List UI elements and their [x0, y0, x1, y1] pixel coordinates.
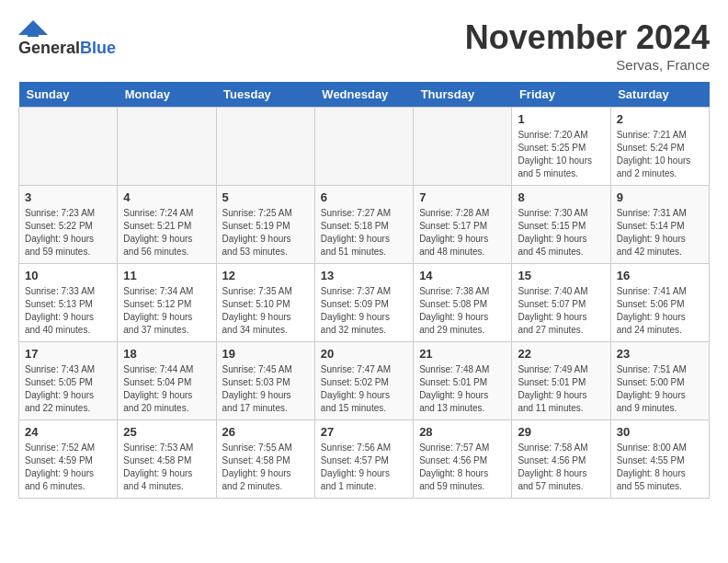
- week-row-5: 24Sunrise: 7:52 AM Sunset: 4:59 PM Dayli…: [19, 420, 710, 499]
- header-thursday: Thursday: [414, 82, 512, 108]
- day-info: Sunrise: 7:56 AM Sunset: 4:57 PM Dayligh…: [321, 442, 407, 493]
- calendar-cell: 17Sunrise: 7:43 AM Sunset: 5:05 PM Dayli…: [19, 342, 118, 420]
- title-area: November 2024 Servas, France: [465, 18, 710, 73]
- calendar-cell: 18Sunrise: 7:44 AM Sunset: 5:04 PM Dayli…: [118, 342, 216, 420]
- day-number: 14: [419, 269, 506, 282]
- calendar-cell: 30Sunrise: 8:00 AM Sunset: 4:55 PM Dayli…: [610, 420, 709, 499]
- location: Servas, France: [465, 57, 710, 73]
- day-number: 19: [222, 347, 309, 361]
- calendar-cell: 15Sunrise: 7:40 AM Sunset: 5:07 PM Dayli…: [512, 264, 610, 342]
- calendar-cell: 9Sunrise: 7:31 AM Sunset: 5:14 PM Daylig…: [610, 186, 709, 264]
- day-number: 15: [518, 269, 604, 282]
- header-sunday: Sunday: [19, 82, 118, 108]
- day-info: Sunrise: 7:33 AM Sunset: 5:13 PM Dayligh…: [25, 285, 111, 337]
- calendar-cell: 14Sunrise: 7:38 AM Sunset: 5:08 PM Dayli…: [414, 264, 512, 342]
- day-info: Sunrise: 7:57 AM Sunset: 4:56 PM Dayligh…: [419, 442, 506, 493]
- calendar-cell: 5Sunrise: 7:25 AM Sunset: 5:19 PM Daylig…: [216, 186, 314, 264]
- day-info: Sunrise: 7:24 AM Sunset: 5:21 PM Dayligh…: [123, 207, 210, 259]
- day-number: 26: [222, 425, 309, 439]
- logo-icon: [18, 18, 48, 39]
- day-number: 4: [123, 190, 210, 204]
- calendar-cell: 3Sunrise: 7:23 AM Sunset: 5:22 PM Daylig…: [19, 186, 118, 264]
- week-row-2: 3Sunrise: 7:23 AM Sunset: 5:22 PM Daylig…: [19, 186, 710, 264]
- week-row-4: 17Sunrise: 7:43 AM Sunset: 5:05 PM Dayli…: [19, 342, 710, 420]
- day-number: 1: [518, 112, 604, 126]
- header-saturday: Saturday: [610, 82, 709, 108]
- calendar-cell: [414, 108, 512, 186]
- day-info: Sunrise: 7:38 AM Sunset: 5:08 PM Dayligh…: [419, 285, 506, 337]
- day-info: Sunrise: 7:44 AM Sunset: 5:04 PM Dayligh…: [123, 363, 210, 415]
- day-number: 25: [123, 425, 210, 439]
- header-wednesday: Wednesday: [314, 82, 413, 108]
- day-info: Sunrise: 7:52 AM Sunset: 4:59 PM Dayligh…: [25, 442, 111, 493]
- day-number: 18: [123, 347, 210, 361]
- day-info: Sunrise: 7:51 AM Sunset: 5:00 PM Dayligh…: [617, 363, 703, 415]
- page-header: GeneralBlue November 2024 Servas, France: [18, 18, 710, 73]
- header-friday: Friday: [512, 82, 610, 108]
- calendar-cell: 16Sunrise: 7:41 AM Sunset: 5:06 PM Dayli…: [610, 264, 709, 342]
- day-info: Sunrise: 7:37 AM Sunset: 5:09 PM Dayligh…: [321, 285, 407, 337]
- day-info: Sunrise: 7:47 AM Sunset: 5:02 PM Dayligh…: [321, 363, 407, 415]
- day-number: 16: [617, 269, 703, 282]
- calendar-cell: 22Sunrise: 7:49 AM Sunset: 5:01 PM Dayli…: [512, 342, 610, 420]
- week-row-1: 1Sunrise: 7:20 AM Sunset: 5:25 PM Daylig…: [19, 108, 710, 186]
- day-number: 21: [419, 347, 506, 361]
- day-number: 23: [617, 347, 703, 361]
- day-number: 8: [518, 190, 604, 204]
- calendar-cell: 6Sunrise: 7:27 AM Sunset: 5:18 PM Daylig…: [314, 186, 413, 264]
- day-info: Sunrise: 7:55 AM Sunset: 4:58 PM Dayligh…: [222, 442, 309, 493]
- header-row: SundayMondayTuesdayWednesdayThursdayFrid…: [19, 82, 710, 108]
- day-info: Sunrise: 7:20 AM Sunset: 5:25 PM Dayligh…: [518, 129, 604, 180]
- calendar-cell: 19Sunrise: 7:45 AM Sunset: 5:03 PM Dayli…: [216, 342, 314, 420]
- calendar-table: SundayMondayTuesdayWednesdayThursdayFrid…: [18, 82, 710, 499]
- calendar-cell: 24Sunrise: 7:52 AM Sunset: 4:59 PM Dayli…: [19, 420, 118, 499]
- day-info: Sunrise: 8:00 AM Sunset: 4:55 PM Dayligh…: [617, 442, 703, 493]
- calendar-cell: 25Sunrise: 7:53 AM Sunset: 4:58 PM Dayli…: [118, 420, 216, 499]
- calendar-cell: 28Sunrise: 7:57 AM Sunset: 4:56 PM Dayli…: [414, 420, 512, 499]
- calendar-cell: 8Sunrise: 7:30 AM Sunset: 5:15 PM Daylig…: [512, 186, 610, 264]
- day-number: 9: [617, 190, 703, 204]
- calendar-cell: 26Sunrise: 7:55 AM Sunset: 4:58 PM Dayli…: [216, 420, 314, 499]
- day-number: 30: [617, 425, 703, 439]
- calendar-cell: 4Sunrise: 7:24 AM Sunset: 5:21 PM Daylig…: [118, 186, 216, 264]
- day-number: 13: [321, 269, 407, 282]
- calendar-cell: [216, 108, 314, 186]
- calendar-cell: 13Sunrise: 7:37 AM Sunset: 5:09 PM Dayli…: [314, 264, 413, 342]
- header-monday: Monday: [118, 82, 216, 108]
- day-info: Sunrise: 7:49 AM Sunset: 5:01 PM Dayligh…: [518, 363, 604, 415]
- calendar-cell: 1Sunrise: 7:20 AM Sunset: 5:25 PM Daylig…: [512, 108, 610, 186]
- day-info: Sunrise: 7:23 AM Sunset: 5:22 PM Dayligh…: [25, 207, 111, 259]
- calendar-cell: 12Sunrise: 7:35 AM Sunset: 5:10 PM Dayli…: [216, 264, 314, 342]
- day-info: Sunrise: 7:43 AM Sunset: 5:05 PM Dayligh…: [25, 363, 111, 415]
- calendar-cell: 10Sunrise: 7:33 AM Sunset: 5:13 PM Dayli…: [19, 264, 118, 342]
- day-info: Sunrise: 7:48 AM Sunset: 5:01 PM Dayligh…: [419, 363, 506, 415]
- day-number: 29: [518, 425, 604, 439]
- day-info: Sunrise: 7:58 AM Sunset: 4:56 PM Dayligh…: [518, 442, 604, 493]
- day-number: 20: [321, 347, 407, 361]
- calendar-cell: 21Sunrise: 7:48 AM Sunset: 5:01 PM Dayli…: [414, 342, 512, 420]
- calendar-cell: [19, 108, 118, 186]
- day-info: Sunrise: 7:30 AM Sunset: 5:15 PM Dayligh…: [518, 207, 604, 259]
- calendar-cell: 27Sunrise: 7:56 AM Sunset: 4:57 PM Dayli…: [314, 420, 413, 499]
- calendar-cell: 29Sunrise: 7:58 AM Sunset: 4:56 PM Dayli…: [512, 420, 610, 499]
- day-info: Sunrise: 7:40 AM Sunset: 5:07 PM Dayligh…: [518, 285, 604, 337]
- logo: GeneralBlue: [18, 18, 116, 58]
- header-tuesday: Tuesday: [216, 82, 314, 108]
- day-number: 5: [222, 190, 309, 204]
- calendar-cell: [314, 108, 413, 186]
- day-info: Sunrise: 7:41 AM Sunset: 5:06 PM Dayligh…: [617, 285, 703, 337]
- month-title: November 2024: [465, 18, 710, 57]
- calendar-cell: 23Sunrise: 7:51 AM Sunset: 5:00 PM Dayli…: [610, 342, 709, 420]
- day-number: 12: [222, 269, 309, 282]
- day-info: Sunrise: 7:45 AM Sunset: 5:03 PM Dayligh…: [222, 363, 309, 415]
- day-number: 24: [25, 425, 111, 439]
- day-info: Sunrise: 7:34 AM Sunset: 5:12 PM Dayligh…: [123, 285, 210, 337]
- day-info: Sunrise: 7:21 AM Sunset: 5:24 PM Dayligh…: [617, 129, 703, 180]
- day-info: Sunrise: 7:31 AM Sunset: 5:14 PM Dayligh…: [617, 207, 703, 259]
- day-number: 10: [25, 269, 111, 282]
- day-number: 11: [123, 269, 210, 282]
- day-info: Sunrise: 7:53 AM Sunset: 4:58 PM Dayligh…: [123, 442, 210, 493]
- day-number: 22: [518, 347, 604, 361]
- day-number: 6: [321, 190, 407, 204]
- day-info: Sunrise: 7:28 AM Sunset: 5:17 PM Dayligh…: [419, 207, 506, 259]
